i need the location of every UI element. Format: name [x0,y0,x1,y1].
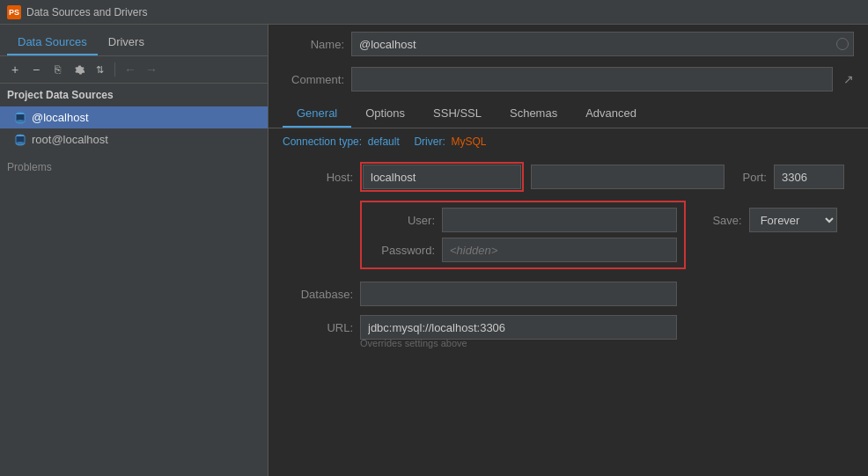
copy-button[interactable]: ⎘ [48,60,67,79]
tab-schemas[interactable]: Schemas [496,100,571,128]
datasource-icon-root [14,134,26,146]
port-input[interactable] [774,165,844,189]
settings-button[interactable] [69,60,88,79]
name-circle-icon [836,38,849,50]
host-input[interactable] [363,165,521,189]
host-full-input[interactable] [531,165,725,189]
datasource-item-localhost[interactable]: @localhost [0,106,268,128]
host-label: Host: [283,171,353,184]
url-label: URL: [283,321,353,334]
comment-label: Comment: [283,73,344,86]
comment-input[interactable] [351,67,833,92]
database-row: Database: [283,282,854,306]
url-input[interactable] [360,315,677,340]
name-label: Name: [283,38,344,51]
name-row: Name: [268,25,868,63]
name-input-wrapper [351,32,854,56]
svg-point-3 [16,142,25,145]
url-row: URL: [283,315,854,340]
left-tabs: Data Sources Drivers [0,25,268,56]
password-input[interactable] [442,238,677,262]
remove-button[interactable]: − [26,60,46,79]
database-input[interactable] [360,282,677,306]
datasource-label-localhost: @localhost [32,111,89,124]
host-input-box [360,162,524,192]
problems-section: Problems [0,154,268,180]
conn-type-value[interactable]: default [368,135,400,148]
password-row: Password: [369,238,677,262]
add-button[interactable]: + [5,60,25,79]
datasource-icon-localhost [14,112,26,124]
driver-value[interactable]: MySQL [451,135,486,148]
tab-ssh-ssl[interactable]: SSH/SSL [419,100,496,128]
tab-general[interactable]: General [283,100,351,128]
datasource-item-root-localhost[interactable]: root@localhost [0,128,268,150]
title-bar: PS Data Sources and Drivers [0,0,868,25]
save-select[interactable]: Forever For Session Never Until Restart [749,208,837,232]
user-label: User: [369,214,435,227]
tab-options[interactable]: Options [351,100,419,128]
move-button[interactable]: ⇅ [90,60,109,79]
user-password-group: User: Password: [360,201,686,269]
name-input[interactable] [351,32,854,56]
main-container: Data Sources Drivers + − ⎘ ⇅ ← → Project… [0,25,868,476]
comment-row: Comment: ↗ [268,60,868,99]
driver-label: Driver: [414,135,445,148]
right-panel: Name: Comment: ↗ General Options SSH/SSL… [268,25,868,476]
port-label: Port: [732,171,767,184]
user-input[interactable] [442,208,677,232]
save-row: Save: Forever For Session Never Until Re… [707,208,837,232]
database-label: Database: [283,288,353,301]
user-row: User: [369,208,677,232]
left-toolbar: + − ⎘ ⇅ ← → [0,56,268,84]
conn-info: Connection type: default Driver: MySQL [268,128,868,155]
save-label: Save: [707,214,742,227]
app-icon: PS [7,5,21,19]
datasource-label-root: root@localhost [32,133,108,146]
window-title: Data Sources and Drivers [26,6,147,18]
password-label: Password: [369,244,435,257]
svg-point-1 [16,120,25,123]
tab-advanced[interactable]: Advanced [571,100,651,128]
toolbar-separator [114,62,115,77]
forward-nav-button[interactable]: → [142,60,161,79]
conn-type-label: Connection type: [283,135,362,148]
form-section: Host: Port: User: Password: [268,155,868,476]
left-panel: Data Sources Drivers + − ⎘ ⇅ ← → Project… [0,25,268,476]
expand-icon[interactable]: ↗ [843,72,854,86]
problems-label: Problems [7,161,52,173]
tabs-row: General Options SSH/SSL Schemas Advanced [268,100,868,128]
project-data-sources-header: Project Data Sources [0,84,268,106]
tab-drivers[interactable]: Drivers [98,30,155,55]
tab-data-sources[interactable]: Data Sources [7,30,98,55]
back-nav-button[interactable]: ← [121,60,140,79]
host-row: Host: Port: [283,162,854,192]
